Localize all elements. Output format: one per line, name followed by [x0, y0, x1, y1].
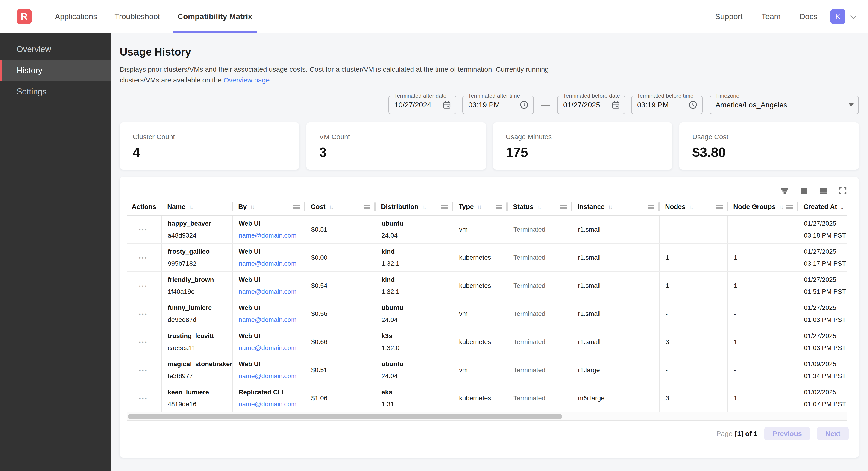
row-actions-button[interactable]: ●●● — [139, 312, 148, 316]
density-icon[interactable] — [818, 186, 828, 196]
row-actions-button[interactable]: ●●● — [139, 396, 148, 400]
column-header-status[interactable]: Status↑↓ — [507, 198, 571, 215]
row-actions-button[interactable]: ●●● — [139, 284, 148, 288]
column-header-instance[interactable]: Instance↑↓ — [571, 198, 659, 215]
clock-icon[interactable] — [688, 100, 698, 110]
row-actions-button[interactable]: ●●● — [139, 256, 148, 260]
column-header-name[interactable]: Name↑↓ — [161, 198, 232, 215]
terminated-after-time-field[interactable]: Terminated after time 03:19 PM — [462, 96, 534, 114]
column-menu-icon[interactable] — [560, 205, 567, 209]
terminated-before-date-field[interactable]: Terminated before date 01/27/2025 — [557, 96, 625, 114]
column-menu-icon[interactable] — [648, 205, 654, 209]
nodes-cell: 3 — [659, 328, 727, 356]
by-email-link[interactable]: name@domain.com — [239, 372, 303, 380]
nav-support[interactable]: Support — [715, 12, 742, 21]
next-page-button[interactable]: Next — [817, 427, 849, 440]
nav-compatibility-matrix[interactable]: Compatibility Matrix — [175, 0, 255, 33]
clock-icon[interactable] — [520, 100, 529, 110]
columns-icon[interactable] — [799, 186, 809, 196]
type-cell: vm — [453, 300, 507, 328]
by-email-link[interactable]: name@domain.com — [239, 316, 303, 324]
chevron-down-icon[interactable] — [850, 13, 857, 19]
by-email-link[interactable]: name@domain.com — [239, 288, 303, 295]
nodes-cell: 1 — [659, 272, 727, 300]
sort-icon[interactable]: ↑↓ — [250, 203, 254, 210]
type-cell: vm — [453, 216, 507, 243]
row-actions-button[interactable]: ●●● — [139, 228, 148, 231]
nav-team[interactable]: Team — [761, 12, 780, 21]
calendar-icon[interactable] — [442, 100, 451, 109]
nav-applications[interactable]: Applications — [53, 0, 99, 33]
cost-value: $1.06 — [311, 394, 374, 402]
by-email-link[interactable]: name@domain.com — [239, 344, 303, 352]
page-info: [1] of 1 — [735, 430, 757, 438]
column-menu-icon[interactable] — [786, 205, 793, 209]
sort-icon[interactable]: ↑↓ — [689, 203, 692, 210]
column-header-by[interactable]: By↑↓ — [232, 198, 305, 215]
table-row: ●●●magical_stonebrakerfe3f8977Web UIname… — [127, 356, 847, 384]
status-badge: Terminated — [514, 366, 570, 374]
timezone-select[interactable]: Timezone America/Los_Angeles — [710, 96, 859, 114]
column-menu-icon[interactable] — [293, 205, 300, 209]
created-date: 01/27/2025 — [804, 332, 846, 340]
avatar[interactable]: K — [830, 9, 845, 24]
sort-icon[interactable]: ↑↓ — [779, 203, 782, 210]
column-header-type[interactable]: Type↑↓ — [453, 198, 507, 215]
sort-icon[interactable]: ↑↓ — [537, 203, 540, 210]
fullscreen-icon[interactable] — [838, 186, 848, 196]
row-actions-button[interactable]: ●●● — [139, 340, 148, 344]
distribution-cell: kind1.32.1 — [375, 272, 453, 300]
column-header-nodes[interactable]: Nodes↑↓ — [659, 198, 727, 215]
type-cell: kubernetes — [453, 328, 507, 356]
horizontal-scrollbar[interactable] — [127, 412, 847, 421]
calendar-icon[interactable] — [611, 100, 620, 109]
field-label: Timezone — [713, 93, 741, 99]
overview-page-link[interactable]: Overview page — [223, 76, 270, 84]
sort-icon[interactable]: ↑↓ — [189, 203, 192, 210]
app-logo[interactable]: R — [17, 9, 32, 24]
sort-icon[interactable]: ↑↓ — [477, 203, 481, 210]
dropdown-caret-icon[interactable] — [849, 104, 854, 107]
column-header-cost[interactable]: Cost↑↓ — [305, 198, 375, 215]
sort-icon[interactable]: ↑↓ — [329, 203, 333, 210]
scrollbar-thumb[interactable] — [128, 414, 562, 419]
created-time: 01:03 PM PST — [804, 344, 846, 352]
node-groups-value: - — [734, 226, 796, 233]
node-groups-value: 1 — [734, 338, 796, 346]
column-menu-icon[interactable] — [496, 205, 502, 209]
cost-cell: $0.51 — [305, 356, 375, 384]
sidebar-item-settings[interactable]: Settings — [0, 81, 111, 102]
column-menu-icon[interactable] — [441, 205, 448, 209]
terminated-after-date-field[interactable]: Terminated after date 10/27/2024 — [389, 96, 456, 114]
data-grid: ActionsName↑↓By↑↓Cost↑↓Distribution↑↓Typ… — [127, 198, 847, 421]
column-menu-icon[interactable] — [716, 205, 723, 209]
sort-desc-icon[interactable]: ↓ — [840, 203, 844, 211]
page-label: Page — [716, 430, 733, 438]
sidebar-item-overview[interactable]: Overview — [0, 39, 111, 60]
column-header-node-groups[interactable]: Node Groups↑↓ — [727, 198, 798, 215]
status-cell: Terminated — [507, 216, 571, 243]
previous-page-button[interactable]: Previous — [764, 427, 810, 440]
field-label: Terminated after date — [392, 93, 448, 99]
table-row: ●●●happy_beavera48d9324Web UIname@domain… — [127, 216, 847, 244]
nav-docs[interactable]: Docs — [800, 12, 817, 21]
sidebar-item-history[interactable]: History — [0, 60, 111, 81]
sort-icon[interactable]: ↑↓ — [608, 203, 612, 210]
by-email-link[interactable]: name@domain.com — [239, 232, 303, 239]
sort-icon[interactable]: ↑↓ — [422, 203, 426, 210]
by-email-link[interactable]: name@domain.com — [239, 260, 303, 267]
table-row: ●●●funny_lumierede9ed87dWeb UIname@domai… — [127, 300, 847, 328]
row-actions-button[interactable]: ●●● — [139, 369, 148, 372]
by-email-link[interactable]: name@domain.com — [239, 401, 303, 408]
column-header-distribution[interactable]: Distribution↑↓ — [375, 198, 453, 215]
nav-troubleshoot[interactable]: Troubleshoot — [112, 0, 162, 33]
nodes-value: - — [665, 310, 726, 318]
column-header-created-at[interactable]: Created At↓ — [798, 198, 847, 215]
instance-cell: r1.large — [571, 356, 659, 384]
nodes-cell: - — [659, 356, 727, 384]
distribution-version: 1.31 — [381, 401, 451, 408]
filter-icon[interactable] — [779, 186, 790, 196]
node-groups-cell: 1 — [727, 244, 798, 271]
column-menu-icon[interactable] — [364, 205, 370, 209]
terminated-before-time-field[interactable]: Terminated before time 03:19 PM — [631, 96, 703, 114]
